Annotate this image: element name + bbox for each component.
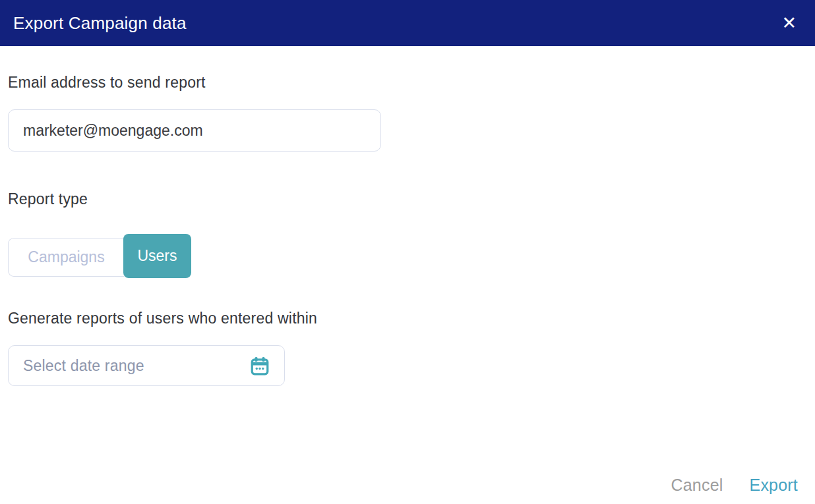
report-type-label: Report type: [8, 190, 802, 208]
date-range-label: Generate reports of users who entered wi…: [8, 310, 802, 327]
toggle-option-users[interactable]: Users: [123, 234, 191, 278]
modal-header: Export Campaign data ✕: [0, 0, 815, 46]
cancel-button[interactable]: Cancel: [671, 476, 723, 495]
date-range-placeholder: Select date range: [23, 357, 144, 375]
modal-footer: Cancel Export: [671, 476, 799, 495]
modal-title: Export Campaign data: [13, 13, 187, 34]
export-campaign-modal: Export Campaign data ✕ Email address to …: [0, 0, 815, 504]
calendar-icon[interactable]: [250, 355, 270, 376]
modal-body: Email address to send report Report type…: [0, 46, 815, 386]
date-range-input[interactable]: Select date range: [8, 345, 285, 386]
email-input[interactable]: [8, 109, 381, 152]
email-label: Email address to send report: [8, 74, 802, 92]
close-icon[interactable]: ✕: [779, 13, 799, 34]
toggle-option-campaigns[interactable]: Campaigns: [8, 238, 124, 277]
report-type-toggle: Campaigns Users: [8, 234, 802, 278]
export-button[interactable]: Export: [750, 476, 798, 495]
